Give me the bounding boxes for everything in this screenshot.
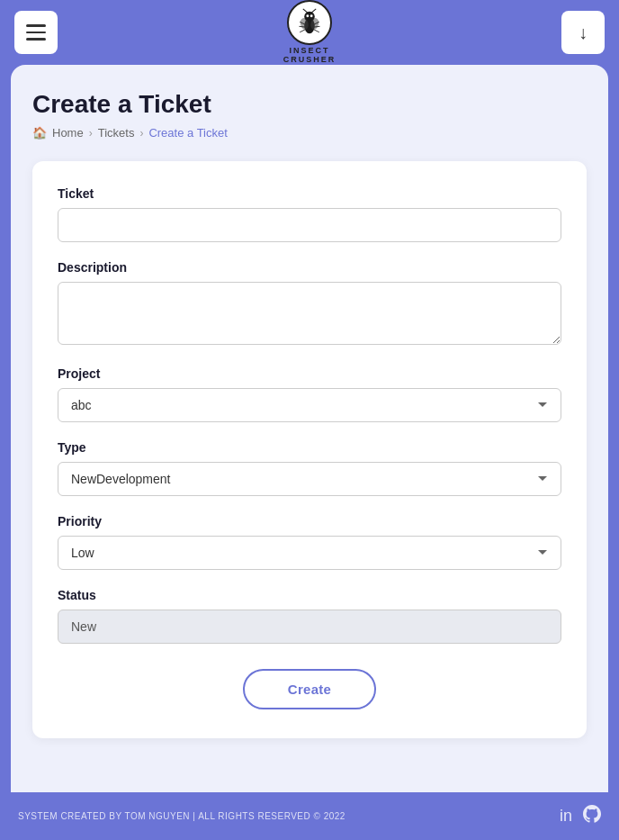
svg-line-3 [311,9,316,13]
description-textarea[interactable] [58,282,561,345]
priority-select[interactable]: Low Medium High Critical [58,536,561,570]
menu-line-1 [26,24,46,27]
main-content: Create a Ticket 🏠 Home › Tickets › Creat… [11,65,608,792]
svg-line-13 [314,30,319,32]
project-label: Project [58,366,561,381]
header: INSECT CRUSHER ↓ [0,0,619,65]
type-select[interactable]: NewDevelopment Bug Feature Task [58,462,561,496]
svg-point-4 [306,14,309,17]
type-label: Type [58,440,561,455]
project-select[interactable]: abc def ghi [58,388,561,422]
priority-group: Priority Low Medium High Critical [58,514,561,570]
breadcrumb-tickets[interactable]: Tickets [98,126,135,140]
github-icon[interactable] [583,805,601,827]
download-button[interactable]: ↓ [561,11,605,54]
priority-label: Priority [58,514,561,528]
linkedin-icon[interactable]: in [560,807,572,826]
status-group: Status New [58,588,561,644]
status-label: Status [58,588,561,602]
type-group: Type NewDevelopment Bug Feature Task [58,440,561,496]
menu-button[interactable] [14,11,58,54]
home-icon: 🏠 [32,126,47,140]
ticket-label: Ticket [58,186,561,201]
project-group: Project abc def ghi [58,366,561,422]
footer: SYSTEM CREATED BY TOM NGUYEN | ALL RIGHT… [0,792,619,840]
ticket-input[interactable] [58,208,561,242]
logo-icon [287,0,332,45]
description-group: Description [58,260,561,348]
download-icon: ↓ [579,23,588,43]
footer-icons: in [560,805,601,827]
logo[interactable]: INSECT CRUSHER [283,0,336,65]
page-title: Create a Ticket [32,90,587,119]
menu-line-2 [26,32,46,34]
description-label: Description [58,260,561,275]
svg-line-2 [303,9,308,13]
breadcrumb: 🏠 Home › Tickets › Create a Ticket [32,126,587,140]
svg-point-5 [310,14,313,17]
footer-text: SYSTEM CREATED BY TOM NGUYEN | ALL RIGHT… [18,811,345,821]
create-button[interactable]: Create [243,669,377,709]
menu-line-3 [26,38,46,41]
svg-line-10 [300,30,305,32]
logo-text: INSECT CRUSHER [283,47,336,65]
breadcrumb-sep-1: › [89,127,93,140]
form-card: Ticket Description Project abc def ghi T… [32,161,587,738]
breadcrumb-sep-2: › [139,127,143,140]
status-field: New [58,610,561,644]
breadcrumb-current: Create a Ticket [148,126,227,140]
breadcrumb-home[interactable]: Home [52,126,84,140]
ticket-group: Ticket [58,186,561,242]
